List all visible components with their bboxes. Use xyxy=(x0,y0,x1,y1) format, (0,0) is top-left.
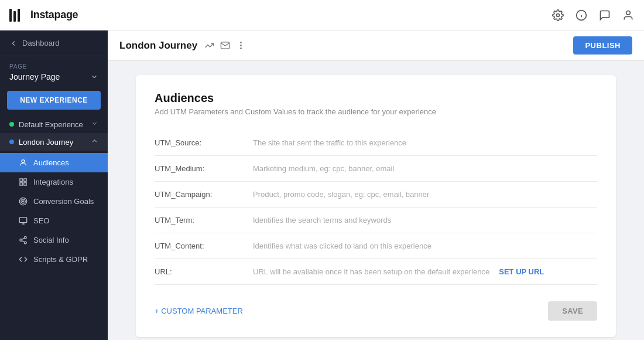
utm-medium-label: UTM_Medium: xyxy=(155,164,248,173)
more-options-icon[interactable] xyxy=(236,40,246,50)
logo-icon xyxy=(9,9,26,22)
content-area: Audiences Add UTM Parameters and Custom … xyxy=(108,61,644,340)
page-header: London Journey PUBLISH xyxy=(108,30,644,61)
london-journey-dot xyxy=(9,140,14,144)
sidebar-item-social-info[interactable]: Social Info xyxy=(0,230,108,250)
url-field: URL: URL will be avaliable once it has b… xyxy=(155,259,597,285)
svg-line-22 xyxy=(22,240,24,242)
svg-point-26 xyxy=(241,48,241,49)
email-icon[interactable] xyxy=(220,40,230,50)
sidebar-conversion-goals-label: Conversion Goals xyxy=(33,197,94,206)
back-to-dashboard[interactable]: Dashboard xyxy=(0,30,108,56)
svg-point-15 xyxy=(22,200,24,202)
main-content: London Journey PUBLISH Audiences Add UTM… xyxy=(108,30,644,340)
card-footer: + CUSTOM PARAMETER SAVE xyxy=(155,301,597,321)
utm-medium-field: UTM_Medium: Marketing medium, eg: cpc, b… xyxy=(155,156,597,182)
sidebar-integrations-label: Integrations xyxy=(33,178,73,186)
london-journey-chevron xyxy=(91,137,98,147)
page-name-text: Journey Page xyxy=(9,72,60,81)
custom-parameter-link[interactable]: + CUSTOM PARAMETER xyxy=(155,307,243,315)
svg-rect-10 xyxy=(24,179,26,181)
chevron-down-icon xyxy=(90,73,98,81)
conversion-goals-icon xyxy=(19,197,28,206)
page-name-selector[interactable]: Journey Page xyxy=(9,72,98,81)
utm-campaign-field: UTM_Campaign: Product, promo code, sloga… xyxy=(155,182,597,208)
seo-icon xyxy=(19,216,28,225)
svg-line-23 xyxy=(22,238,24,239)
london-journey-item[interactable]: London Journey xyxy=(0,133,108,151)
svg-point-19 xyxy=(24,236,26,239)
card-title: Audiences xyxy=(155,91,597,105)
svg-point-7 xyxy=(626,11,631,15)
sidebar-nav: Audiences Integrations Conversion Goals … xyxy=(0,151,108,269)
utm-campaign-label: UTM_Campaign: xyxy=(155,190,248,199)
sidebar-item-seo[interactable]: SEO xyxy=(0,211,108,230)
chat-icon[interactable] xyxy=(598,9,611,22)
page-section: Page Journey Page xyxy=(0,56,108,85)
page-title: London Journey xyxy=(119,40,197,52)
setup-url-link[interactable]: SET UP URL xyxy=(499,267,544,276)
utm-medium-input[interactable]: Marketing medium, eg: cpc, banner, email xyxy=(248,164,597,173)
utm-content-label: UTM_Content: xyxy=(155,242,248,250)
publish-button[interactable]: PUBLISH xyxy=(573,36,632,55)
logo-area: Instapage xyxy=(9,9,78,22)
new-experience-button[interactable]: NEW EXPERIENCE xyxy=(7,91,101,110)
info-icon[interactable] xyxy=(575,9,588,22)
sidebar-item-conversion-goals[interactable]: Conversion Goals xyxy=(0,192,108,211)
svg-rect-2 xyxy=(18,9,20,22)
utm-content-field: UTM_Content: Identifies what was clicked… xyxy=(155,233,597,259)
utm-source-input[interactable]: The site that sent the traffic to this e… xyxy=(248,138,597,147)
svg-point-24 xyxy=(241,42,241,43)
topnav-actions xyxy=(551,9,635,22)
sidebar-item-scripts-gdpr[interactable]: Scripts & GDPR xyxy=(0,250,108,269)
default-experience-name: Default Experience xyxy=(19,120,83,129)
save-button[interactable]: SAVE xyxy=(548,301,597,321)
utm-content-input[interactable]: Identifies what was clicked to land on t… xyxy=(248,242,597,250)
gear-icon[interactable] xyxy=(551,9,564,22)
svg-point-20 xyxy=(20,239,22,242)
utm-term-field: UTM_Term: Identifies the search terms an… xyxy=(155,208,597,233)
audiences-card: Audiences Add UTM Parameters and Custom … xyxy=(136,75,616,337)
sidebar-item-audiences[interactable]: Audiences xyxy=(0,153,108,172)
utm-source-label: UTM_Source: xyxy=(155,138,248,147)
page-header-left: London Journey xyxy=(119,40,246,52)
default-experience-item[interactable]: Default Experience xyxy=(0,115,108,133)
sidebar: Dashboard Page Journey Page NEW EXPERIEN… xyxy=(0,30,108,340)
new-experience-section: NEW EXPERIENCE xyxy=(7,91,101,110)
svg-rect-12 xyxy=(20,183,22,185)
integrations-icon xyxy=(19,178,28,186)
social-info-icon xyxy=(19,236,28,244)
top-navigation: Instapage xyxy=(0,0,644,30)
svg-rect-16 xyxy=(19,217,27,223)
utm-term-label: UTM_Term: xyxy=(155,216,248,225)
default-experience-left: Default Experience xyxy=(9,120,83,129)
url-value-area: URL will be avaliable once it has been s… xyxy=(248,267,597,276)
page-label: Page xyxy=(9,63,98,70)
url-label: URL: xyxy=(155,267,248,276)
svg-rect-9 xyxy=(20,179,22,181)
default-experience-chevron xyxy=(91,119,98,130)
sidebar-seo-label: SEO xyxy=(33,216,49,225)
svg-point-14 xyxy=(21,199,26,204)
back-label: Dashboard xyxy=(22,39,60,47)
utm-source-field: UTM_Source: The site that sent the traff… xyxy=(155,130,597,156)
svg-rect-0 xyxy=(9,9,12,22)
sidebar-audiences-label: Audiences xyxy=(33,158,69,167)
svg-rect-11 xyxy=(24,183,26,185)
user-icon[interactable] xyxy=(622,9,635,22)
card-subtitle: Add UTM Parameters and Custom Values to … xyxy=(155,107,597,116)
app-body: Dashboard Page Journey Page NEW EXPERIEN… xyxy=(0,30,644,340)
analytics-icon[interactable] xyxy=(204,40,214,50)
url-text: URL will be avaliable once it has been s… xyxy=(253,267,489,276)
logo-text: Instapage xyxy=(30,9,78,21)
sidebar-scripts-gdpr-label: Scripts & GDPR xyxy=(33,255,88,264)
sidebar-item-integrations[interactable]: Integrations xyxy=(0,172,108,192)
svg-point-3 xyxy=(557,13,560,16)
utm-term-input[interactable]: Identifies the search terms and keywords xyxy=(248,216,597,225)
london-journey-name: London Journey xyxy=(19,138,73,147)
scripts-icon xyxy=(19,255,28,264)
svg-point-21 xyxy=(24,242,26,244)
svg-point-8 xyxy=(22,160,25,163)
page-header-icons xyxy=(204,40,246,50)
utm-campaign-input[interactable]: Product, promo code, slogan, eg: cpc, em… xyxy=(248,190,597,199)
